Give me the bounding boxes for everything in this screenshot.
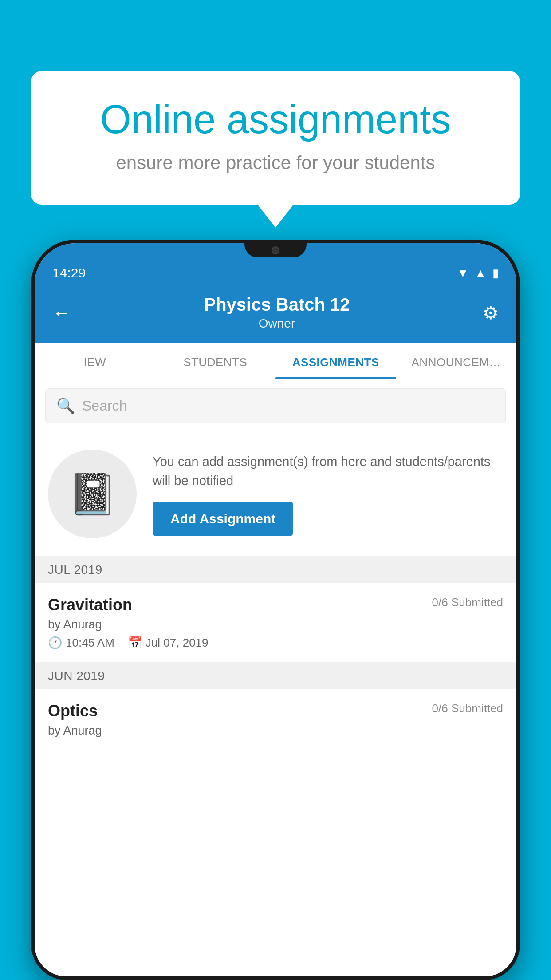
battery-icon: ▮ [492,266,499,280]
assignment-author-optics: by Anurag [48,724,503,738]
speech-bubble: Online assignments ensure more practice … [31,71,520,205]
tab-announcements[interactable]: ANNOUNCEM… [396,343,517,379]
search-placeholder: Search [82,398,127,414]
add-assignment-button[interactable]: Add Assignment [153,502,293,536]
camera [272,246,279,254]
assignment-meta-gravitation: 🕐 10:45 AM 📅 Jul 07, 2019 [48,636,503,650]
phone-screen: 14:29 ▼ ▲ ▮ ← Physics Batch 12 Owner ⚙ I… [35,243,516,976]
status-bar: 14:29 ▼ ▲ ▮ [35,257,516,287]
search-bar[interactable]: 🔍 Search [45,388,506,423]
assignment-time-value: 10:45 AM [66,636,114,650]
tab-students[interactable]: STUDENTS [155,343,276,379]
tab-iew[interactable]: IEW [35,343,155,379]
assignment-submitted-gravitation: 0/6 Submitted [432,596,503,609]
search-icon: 🔍 [56,397,75,415]
assignment-name-optics: Optics [48,702,98,720]
status-icons: ▼ ▲ ▮ [457,266,499,280]
assignment-date: 📅 Jul 07, 2019 [128,636,209,650]
status-time: 14:29 [52,265,86,281]
assignment-name-gravitation: Gravitation [48,596,132,614]
promo-title: Online assignments [67,98,484,142]
assignment-icon-circle: 📓 [48,450,137,538]
back-button[interactable]: ← [52,302,71,324]
batch-subtitle: Owner [204,316,350,331]
notch [244,243,307,257]
assignment-time: 🕐 10:45 AM [48,636,114,650]
notch-area [35,243,516,257]
settings-button[interactable]: ⚙ [483,303,499,323]
assignment-author-gravitation: by Anurag [48,618,503,632]
assignment-date-value: Jul 07, 2019 [146,636,209,650]
calendar-icon: 📅 [128,636,142,650]
section-header-jul: JUL 2019 [35,557,516,583]
signal-icon: ▲ [475,266,486,280]
section-jul-label: JUL 2019 [48,563,102,577]
assignment-row-top-optics: Optics 0/6 Submitted [48,702,503,720]
wifi-icon: ▼ [457,266,469,280]
assignment-submitted-optics: 0/6 Submitted [432,702,503,715]
tab-bar: IEW STUDENTS ASSIGNMENTS ANNOUNCEM… [35,343,516,379]
section-jun-label: JUN 2019 [48,669,105,683]
tab-assignments[interactable]: ASSIGNMENTS [276,343,396,379]
batch-title: Physics Batch 12 [204,295,350,315]
add-assignment-content: You can add assignment(s) from here and … [153,452,503,536]
assignment-row-top: Gravitation 0/6 Submitted [48,596,503,614]
app-header: ← Physics Batch 12 Owner ⚙ [35,287,516,343]
clock-icon: 🕐 [48,636,62,650]
assignment-item-gravitation[interactable]: Gravitation 0/6 Submitted by Anurag 🕐 10… [35,583,516,663]
phone-frame: 14:29 ▼ ▲ ▮ ← Physics Batch 12 Owner ⚙ I… [31,240,520,980]
notebook-icon: 📓 [67,471,117,518]
promo-card: Online assignments ensure more practice … [31,71,520,205]
header-title-section: Physics Batch 12 Owner [204,295,350,331]
add-assignment-section: 📓 You can add assignment(s) from here an… [35,432,516,557]
section-header-jun: JUN 2019 [35,663,516,689]
search-container: 🔍 Search [35,379,516,432]
assignment-item-optics[interactable]: Optics 0/6 Submitted by Anurag [35,689,516,755]
content-area: 🔍 Search 📓 You can add assignment(s) fro… [35,379,516,976]
promo-subtitle: ensure more practice for your students [67,152,484,174]
add-assignment-description: You can add assignment(s) from here and … [153,452,503,491]
